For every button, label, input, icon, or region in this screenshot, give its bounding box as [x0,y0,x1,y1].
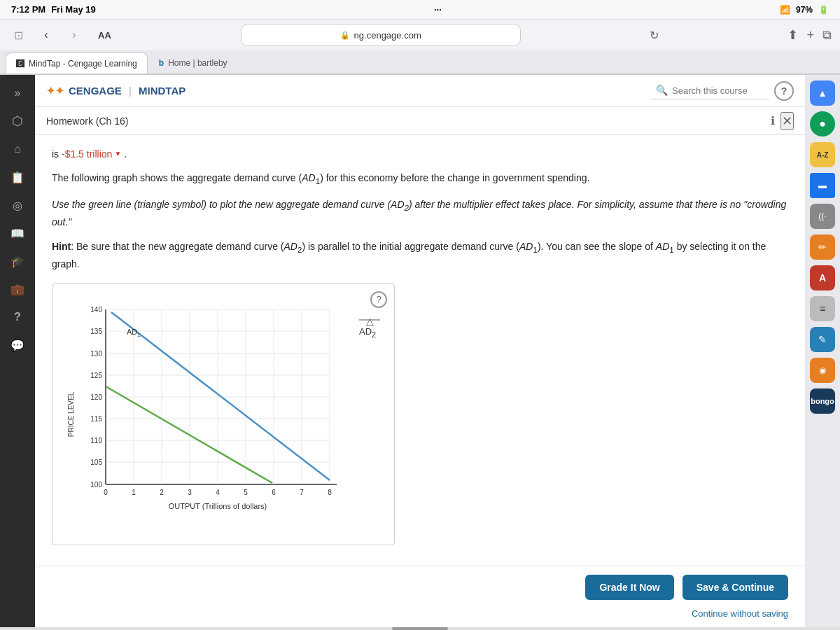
graduate-button[interactable]: 🎓 [5,248,30,274]
bottom-actions: Grade It Now Save & Continue Continue wi… [35,566,805,627]
new-tab-button[interactable]: + [806,28,814,43]
user-button[interactable]: ⬡ [5,108,30,134]
svg-text:4: 4 [216,489,220,496]
main-content: is -$1.5 trillion ▼ . The following grap… [35,135,805,566]
reload-button[interactable]: ↻ [645,25,664,45]
svg-text:140: 140 [90,306,102,314]
graduate-icon: 🎓 [10,255,24,268]
continue-button[interactable]: Continue without saving [692,608,788,619]
close-button[interactable]: ✕ [780,112,794,130]
svg-text:110: 110 [90,437,102,444]
user-icon: ⬡ [12,113,23,129]
svg-text:115: 115 [90,415,102,423]
info-button[interactable]: ℹ [771,112,775,130]
browser-toolbar: ⊡ ‹ › AA 🔒 ng.cengage.com ↻ ⬆ + ⧉ [0,20,840,50]
browser-chrome: ⊡ ‹ › AA 🔒 ng.cengage.com ↻ ⬆ + ⧉ 🅲 Mind… [0,20,840,75]
left-sidebar: » ⬡ ⌂ 📋 ◎ 📖 🎓 💼 ? 💬 [0,75,35,627]
home-icon: ⌂ [14,143,21,155]
bongo-app-icon[interactable]: bongo [810,388,835,414]
search-box[interactable]: 🔍 [650,82,769,99]
graph-help-button[interactable]: ? [370,291,387,308]
graph-container[interactable]: ? △ AD2 PRICE LEVEL [52,284,395,545]
text-size-button[interactable]: AA [92,27,117,43]
main-layout: » ⬡ ⌂ 📋 ◎ 📖 🎓 💼 ? 💬 [0,75,840,627]
rss-app-icon[interactable]: ◉ [810,358,835,383]
status-center: ··· [434,4,442,15]
list-app-icon[interactable]: ≡ [810,296,835,321]
y-axis-label: PRICE LEVEL [67,391,75,437]
circle-button[interactable]: ◎ [5,192,30,218]
svg-text:1: 1 [132,489,136,496]
tabs-button[interactable]: ⧉ [822,28,832,43]
day: Fri May 19 [51,4,96,15]
tabs-bar: 🅲 MindTap - Cengage Learning b Home | ba… [0,50,840,74]
book-button[interactable]: 📖 [5,220,30,246]
search-area: 🔍 ? [650,81,794,101]
tab-mindtap[interactable]: 🅲 MindTap - Cengage Learning [6,52,148,74]
search-icon: 🔍 [656,85,668,96]
content-area: ✦✦ CENGAGE | MINDTAP 🔍 ? Homework (Ch 16… [35,75,805,627]
mindtap-favicon: 🅲 [16,59,24,69]
course-title: Homework (Ch 16) [46,115,128,127]
course-bar: Homework (Ch 16) ℹ ✕ [35,107,805,135]
help-sidebar-button[interactable]: ? [5,304,30,330]
amount-dropdown[interactable]: -$1.5 trillion ▼ [62,146,121,162]
logo-dots: ✦✦ [46,85,64,97]
blue-rect-app-icon[interactable]: ▬ [810,173,835,198]
chart-svg[interactable]: PRICE LEVEL [64,295,344,533]
svg-text:120: 120 [90,393,102,401]
cengage-logo: ✦✦ CENGAGE | MINDTAP [46,85,186,97]
battery-icon: 🔋 [818,5,829,15]
mindtap-label: MINDTAP [139,85,186,97]
circle-green-app-icon[interactable]: ● [810,111,835,136]
app-header: ✦✦ CENGAGE | MINDTAP 🔍 ? [35,75,805,107]
search-input[interactable] [672,85,763,96]
scroll-indicator [0,627,840,630]
help-sidebar-icon: ? [14,311,21,323]
notes-app-icon[interactable]: ✏ [810,234,835,260]
dropdown-arrow-icon: ▼ [114,148,121,160]
browser-actions: ⬆ + ⧉ [788,27,832,43]
scroll-thumb [392,627,448,630]
chat-button[interactable]: 💬 [5,332,30,358]
az-app-icon[interactable]: A-Z [810,142,835,167]
graph-intro-paragraph: The following graph shows the aggregate … [52,170,788,188]
svg-text:5: 5 [244,489,248,496]
ad2-line [106,386,272,483]
home-button[interactable]: ⌂ [5,136,30,162]
is-text: is [52,148,62,160]
person-app-icon[interactable]: A [810,265,835,290]
svg-text:2: 2 [160,489,164,496]
save-button[interactable]: Save & Continue [682,575,788,600]
url-text: ng.cengage.com [354,30,421,41]
drive-app-icon[interactable]: ▲ [810,80,835,106]
briefcase-icon: 💼 [10,283,24,296]
battery-percent: 97% [796,5,813,15]
lock-icon: 🔒 [340,31,350,40]
cengage-label: CENGAGE [69,85,122,97]
back-button[interactable]: ‹ [36,25,56,45]
sidebar-toggle-button[interactable]: ⊡ [8,25,28,45]
document-button[interactable]: 📋 [5,164,30,190]
tab-bartleby[interactable]: b Home | bartleby [149,52,237,74]
help-button[interactable]: ? [774,81,794,101]
forward-button[interactable]: › [64,25,84,45]
signal-app-icon[interactable]: ((· [810,204,835,229]
bartleby-favicon: b [159,58,164,68]
address-bar[interactable]: 🔒 ng.cengage.com [241,24,521,46]
svg-text:105: 105 [90,458,102,466]
share-button[interactable]: ⬆ [788,27,798,43]
book-icon: 📖 [10,227,24,240]
svg-text:0: 0 [104,489,108,496]
logo-divider: | [129,85,132,97]
time: 7:12 PM [11,4,46,15]
is-line: is -$1.5 trillion ▼ . [52,146,788,162]
svg-text:7: 7 [300,489,304,496]
period-text: . [124,148,127,160]
briefcase-button[interactable]: 💼 [5,276,30,302]
expand-button[interactable]: » [5,80,30,106]
pencil-app-icon[interactable]: ✎ [810,327,835,352]
grade-button[interactable]: Grade It Now [585,575,673,600]
status-dots: ··· [434,4,442,15]
ad1-line [111,312,330,480]
